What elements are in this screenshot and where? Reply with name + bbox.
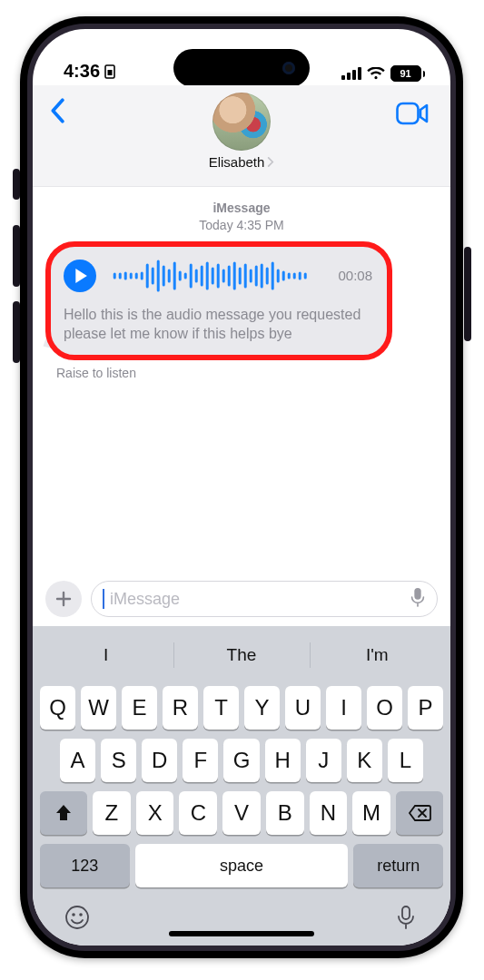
keyboard: I The I'm Q W E R T Y U I O P — [33, 626, 450, 946]
svg-point-42 — [79, 913, 83, 916]
delete-key[interactable] — [396, 791, 443, 835]
key-n[interactable]: N — [310, 791, 348, 835]
suggestion-2[interactable]: The — [173, 633, 309, 677]
volume-down-button — [13, 301, 20, 363]
svg-point-41 — [72, 913, 75, 916]
plus-icon — [55, 591, 72, 607]
space-key[interactable]: space — [135, 844, 349, 887]
key-row-4: 123 space return — [38, 844, 445, 887]
key-r[interactable]: R — [163, 686, 198, 730]
contact-name-button[interactable]: Elisabeth — [209, 154, 275, 170]
wifi-icon — [367, 67, 385, 80]
svg-rect-1 — [108, 70, 113, 75]
dictation-button[interactable] — [392, 904, 420, 935]
suggestion-1[interactable]: I — [38, 633, 173, 677]
home-indicator[interactable] — [169, 931, 314, 936]
numbers-key[interactable]: 123 — [40, 844, 130, 887]
audio-transcript: Hello this is the audio message you requ… — [64, 305, 372, 344]
emoji-button[interactable] — [64, 904, 91, 935]
key-y[interactable]: Y — [244, 686, 280, 730]
power-button — [464, 247, 471, 341]
voice-message-button[interactable] — [410, 587, 426, 611]
thread-timestamp: iMessage Today 4:35 PM — [51, 200, 432, 234]
key-d[interactable]: D — [142, 739, 177, 782]
conversation-header: Elisabeth — [33, 85, 450, 187]
key-v[interactable]: V — [222, 791, 261, 835]
volume-up-button — [13, 225, 20, 287]
message-placeholder: iMessage — [110, 590, 404, 609]
key-j[interactable]: J — [306, 739, 341, 782]
key-w[interactable]: W — [81, 686, 116, 730]
cellular-icon — [341, 67, 361, 80]
svg-rect-39 — [414, 588, 420, 600]
key-row-2: A S D F G H J K L — [38, 739, 445, 782]
key-q[interactable]: Q — [40, 686, 75, 730]
key-z[interactable]: Z — [93, 791, 131, 835]
key-c[interactable]: C — [179, 791, 217, 835]
svg-rect-43 — [402, 906, 410, 919]
key-b[interactable]: B — [266, 791, 304, 835]
back-button[interactable] — [49, 98, 65, 127]
key-m[interactable]: M — [352, 791, 390, 835]
key-f[interactable]: F — [183, 739, 218, 782]
mute-switch — [13, 169, 20, 200]
emoji-icon — [64, 904, 91, 931]
message-thread[interactable]: iMessage Today 4:35 PM — [33, 187, 450, 572]
key-s[interactable]: S — [101, 739, 136, 782]
shift-icon — [54, 803, 74, 823]
key-t[interactable]: T — [203, 686, 239, 730]
key-i[interactable]: I — [326, 686, 361, 730]
text-cursor — [103, 589, 104, 609]
audio-message-bubble[interactable]: 00:08 Hello this is the audio message yo… — [51, 245, 387, 357]
key-p[interactable]: P — [408, 686, 443, 730]
key-row-3: Z X C V B N M — [38, 791, 445, 835]
key-l[interactable]: L — [388, 739, 423, 782]
key-e[interactable]: E — [122, 686, 157, 730]
svg-point-40 — [66, 906, 88, 928]
return-key[interactable]: return — [353, 844, 443, 887]
status-time: 4:36 — [64, 61, 100, 82]
play-button[interactable] — [64, 260, 96, 292]
key-g[interactable]: G — [223, 739, 259, 782]
audio-waveform[interactable] — [107, 258, 327, 294]
raise-to-listen-hint: Raise to listen — [56, 366, 432, 380]
key-x[interactable]: X — [136, 791, 174, 835]
key-k[interactable]: K — [347, 739, 382, 782]
contact-name: Elisabeth — [209, 154, 265, 170]
message-input[interactable]: iMessage — [91, 581, 438, 617]
suggestions-bar: I The I'm — [38, 633, 445, 677]
suggestion-3[interactable]: I'm — [310, 633, 445, 677]
dynamic-island — [173, 49, 310, 87]
key-row-1: Q W E R T Y U I O P — [38, 686, 445, 730]
contact-avatar[interactable] — [212, 93, 271, 151]
key-h[interactable]: H — [265, 739, 301, 782]
backspace-icon — [408, 804, 431, 822]
phone-frame: 4:36 91 — [20, 16, 463, 958]
audio-duration: 00:08 — [338, 268, 372, 283]
battery-level: 91 — [390, 65, 421, 82]
attachments-button[interactable] — [45, 581, 82, 617]
key-a[interactable]: A — [60, 739, 95, 782]
chevron-right-icon — [266, 157, 274, 167]
shift-key[interactable] — [40, 791, 87, 835]
key-u[interactable]: U — [285, 686, 321, 730]
battery-icon: 91 — [390, 65, 426, 82]
facetime-button[interactable] — [396, 102, 429, 129]
sim-icon — [104, 64, 116, 79]
key-o[interactable]: O — [367, 686, 402, 730]
svg-rect-2 — [398, 103, 419, 123]
mic-icon — [392, 904, 420, 931]
compose-bar: iMessage — [33, 572, 450, 626]
